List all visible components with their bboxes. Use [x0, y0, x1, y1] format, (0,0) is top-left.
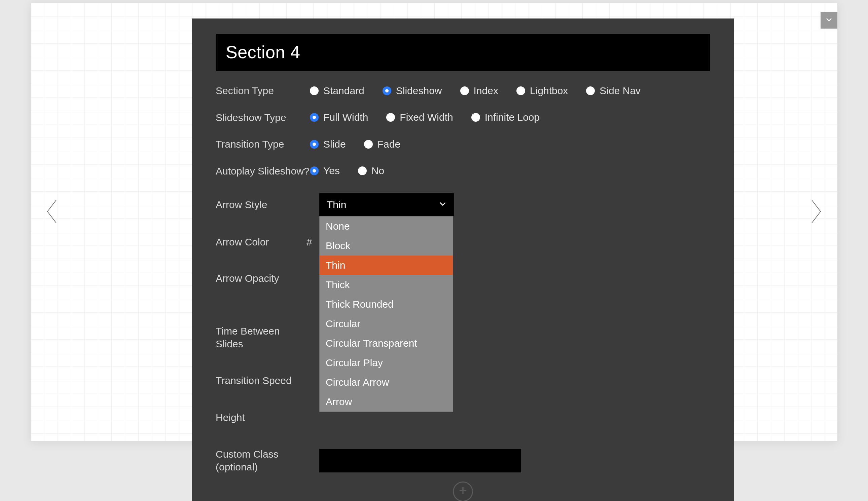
label-autoplay: Autoplay Slideshow? [216, 165, 310, 178]
radio-circle-icon [358, 167, 367, 175]
plus-icon [458, 486, 468, 498]
radio-slideshowType-full-width[interactable]: Full Width [310, 111, 368, 123]
select-arrow-style-value: Thin [327, 199, 346, 211]
dropdown-option-circular-play[interactable]: Circular Play [320, 353, 453, 373]
radio-label: Slideshow [396, 85, 442, 96]
radio-sectionType-standard[interactable]: Standard [310, 85, 364, 96]
radio-slideshowType-infinite-loop[interactable]: Infinite Loop [471, 111, 540, 123]
dropdown-option-none[interactable]: None [320, 216, 453, 236]
chevron-right-icon [808, 220, 824, 226]
radio-circle-icon [310, 167, 318, 175]
chevron-down-icon [825, 15, 833, 25]
radio-group-section-type: StandardSlideshowIndexLightboxSide Nav [310, 85, 640, 96]
radio-label: Yes [323, 165, 340, 177]
dropdown-arrow-style[interactable]: NoneBlockThinThickThick RoundedCircularC… [319, 216, 453, 412]
radio-label: Slide [323, 139, 346, 150]
radio-label: Lightbox [530, 85, 568, 96]
radio-circle-icon [310, 113, 318, 122]
radio-circle-icon [471, 113, 480, 122]
dropdown-option-thin[interactable]: Thin [320, 256, 453, 275]
radio-circle-icon [364, 140, 373, 149]
radio-label: Infinite Loop [485, 111, 540, 123]
toolbar-collapse-button[interactable] [820, 12, 837, 29]
dropdown-option-circular-arrow[interactable]: Circular Arrow [320, 373, 453, 392]
dropdown-option-thick[interactable]: Thick [320, 275, 453, 295]
radio-label: Fixed Width [400, 111, 453, 123]
row-section-type: Section Type StandardSlideshowIndexLight… [216, 84, 710, 97]
radio-circle-icon [460, 86, 469, 95]
label-arrow-color: Arrow Color [216, 236, 306, 248]
radio-label: Full Width [323, 111, 368, 123]
row-height: Height [216, 411, 710, 424]
add-section-button[interactable] [453, 481, 473, 501]
radio-label: Fade [377, 139, 400, 150]
radio-label: Side Nav [599, 85, 640, 96]
radio-autoplay-yes[interactable]: Yes [310, 165, 340, 177]
label-arrow-style: Arrow Style [216, 199, 319, 211]
row-arrow-color: Arrow Color # [216, 236, 710, 248]
row-time-between: Time Between Slides [216, 325, 710, 350]
radio-label: No [372, 165, 384, 177]
custom-class-input[interactable] [319, 449, 521, 472]
row-custom-class: Custom Class (optional) [216, 448, 710, 473]
radio-group-autoplay: YesNo [310, 165, 384, 177]
label-slideshow-type: Slideshow Type [216, 111, 310, 124]
row-autoplay: Autoplay Slideshow? YesNo [216, 165, 710, 178]
modal-title: Section 4 [216, 34, 710, 71]
radio-slideshowType-fixed-width[interactable]: Fixed Width [386, 111, 453, 123]
label-section-type: Section Type [216, 84, 310, 97]
radio-circle-icon [310, 140, 318, 149]
label-transition-type: Transition Type [216, 138, 310, 151]
radio-circle-icon [310, 86, 318, 95]
hash-prefix: # [306, 236, 313, 248]
row-transition-type: Transition Type SlideFade [216, 138, 710, 151]
label-custom-class: Custom Class (optional) [216, 448, 319, 473]
canvas-next-button[interactable] [808, 198, 824, 226]
chevron-left-icon [44, 220, 60, 226]
row-arrow-opacity: Arrow Opacity 100 [216, 272, 710, 285]
radio-group-slideshow-type: Full WidthFixed WidthInfinite Loop [310, 111, 540, 123]
row-slideshow-type: Slideshow Type Full WidthFixed WidthInfi… [216, 111, 710, 124]
label-height: Height [216, 411, 310, 424]
dropdown-option-circular-transparent[interactable]: Circular Transparent [320, 333, 453, 353]
dropdown-option-arrow[interactable]: Arrow [320, 392, 453, 412]
radio-circle-icon [383, 86, 391, 95]
chevron-down-icon [438, 199, 447, 211]
radio-circle-icon [586, 86, 595, 95]
radio-sectionType-side-nav[interactable]: Side Nav [586, 85, 640, 96]
dropdown-option-block[interactable]: Block [320, 236, 453, 256]
radio-circle-icon [386, 113, 395, 122]
row-arrow-style: Arrow Style Thin NoneBlockThinThickThick… [216, 193, 710, 216]
radio-transitionType-fade[interactable]: Fade [364, 139, 400, 150]
radio-transitionType-slide[interactable]: Slide [310, 139, 346, 150]
section-settings-modal: Section 4 Section Type StandardSlideshow… [192, 19, 734, 501]
label-time-between: Time Between Slides [216, 325, 310, 350]
dropdown-option-thick-rounded[interactable]: Thick Rounded [320, 295, 453, 314]
select-arrow-style[interactable]: Thin NoneBlockThinThickThick RoundedCirc… [319, 193, 454, 216]
canvas-frame: Section 4 Section Type StandardSlideshow… [30, 3, 838, 441]
canvas-prev-button[interactable] [44, 198, 60, 226]
radio-sectionType-lightbox[interactable]: Lightbox [516, 85, 568, 96]
dropdown-option-circular[interactable]: Circular [320, 314, 453, 333]
radio-circle-icon [516, 86, 525, 95]
radio-group-transition-type: SlideFade [310, 139, 400, 150]
label-transition-speed: Transition Speed [216, 374, 310, 387]
radio-sectionType-index[interactable]: Index [460, 85, 498, 96]
radio-autoplay-no[interactable]: No [358, 165, 384, 177]
row-transition-speed: Transition Speed [216, 374, 710, 387]
radio-label: Index [474, 85, 498, 96]
radio-label: Standard [323, 85, 364, 96]
radio-sectionType-slideshow[interactable]: Slideshow [383, 85, 442, 96]
